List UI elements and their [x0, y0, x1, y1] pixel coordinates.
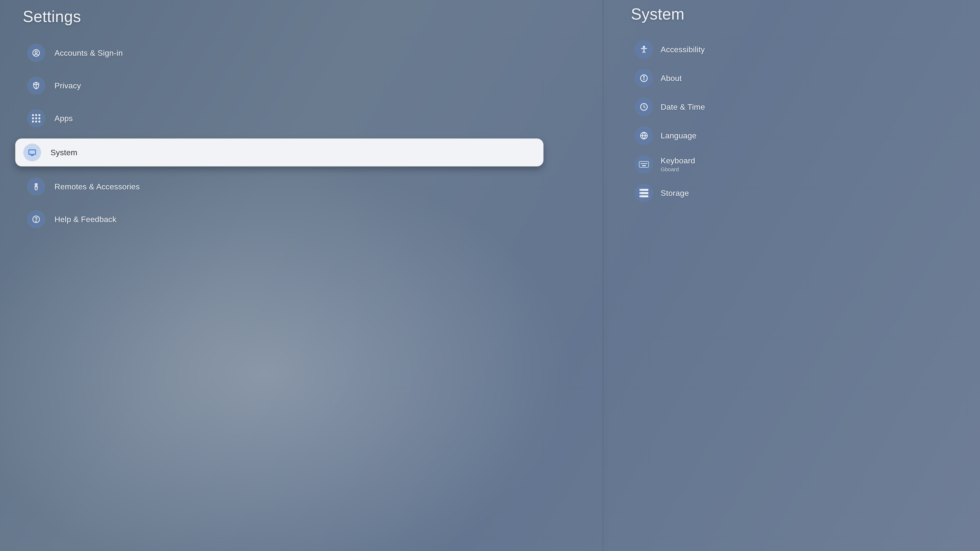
- svg-rect-3: [35, 185, 37, 190]
- system-item-about[interactable]: About: [633, 67, 970, 90]
- svg-point-4: [36, 186, 37, 187]
- menu-sublabel: Gboard: [661, 166, 695, 173]
- system-title: System: [631, 5, 970, 23]
- shield-icon: [27, 77, 45, 95]
- settings-item-remotes[interactable]: Remotes & Accessories: [22, 174, 593, 199]
- menu-label: Storage: [661, 189, 689, 198]
- menu-label: Accounts & Sign-in: [54, 49, 123, 58]
- globe-icon: [635, 127, 653, 144]
- menu-label: Privacy: [54, 81, 81, 91]
- panel-divider: [603, 0, 603, 551]
- apps-icon: [27, 110, 45, 127]
- svg-point-1: [35, 51, 37, 54]
- settings-menu: Accounts & Sign-in Privacy Apps: [22, 41, 593, 232]
- system-item-datetime[interactable]: Date & Time: [633, 95, 970, 118]
- settings-item-system[interactable]: System: [15, 139, 543, 166]
- menu-label: Help & Feedback: [54, 215, 116, 224]
- svg-rect-2: [29, 150, 36, 154]
- menu-label: Accessibility: [661, 45, 705, 54]
- settings-item-privacy[interactable]: Privacy: [22, 73, 593, 98]
- account-icon: [27, 44, 45, 62]
- remote-icon: [27, 178, 45, 195]
- settings-panel: Settings Accounts & Sign-in: [0, 0, 603, 551]
- accessibility-icon: [635, 41, 653, 59]
- system-item-keyboard[interactable]: Keyboard Gboard: [633, 153, 970, 176]
- menu-label: Language: [661, 131, 697, 140]
- menu-label: System: [51, 148, 78, 157]
- system-menu: Accessibility About Da: [633, 38, 970, 205]
- svg-point-7: [643, 46, 645, 48]
- clock-icon: [635, 98, 653, 116]
- svg-point-9: [643, 76, 644, 77]
- system-panel: System Accessibility: [603, 0, 980, 551]
- info-icon: [635, 69, 653, 87]
- menu-label: About: [661, 74, 682, 83]
- help-icon: [27, 210, 45, 228]
- menu-label: Remotes & Accessories: [54, 182, 140, 191]
- settings-item-help[interactable]: Help & Feedback: [22, 207, 593, 232]
- settings-title: Settings: [23, 8, 593, 26]
- keyboard-icon: [635, 156, 653, 173]
- system-item-accessibility[interactable]: Accessibility: [633, 38, 970, 61]
- system-item-language[interactable]: Language: [633, 124, 970, 147]
- settings-item-accounts[interactable]: Accounts & Sign-in: [22, 41, 593, 65]
- menu-label: Date & Time: [661, 102, 705, 112]
- menu-label: Apps: [54, 114, 73, 123]
- storage-icon: [635, 184, 653, 202]
- settings-item-apps[interactable]: Apps: [22, 106, 593, 131]
- svg-point-6: [36, 221, 37, 222]
- system-item-storage[interactable]: Storage: [633, 182, 970, 205]
- tv-icon: [23, 144, 41, 161]
- menu-label: Keyboard: [661, 156, 695, 165]
